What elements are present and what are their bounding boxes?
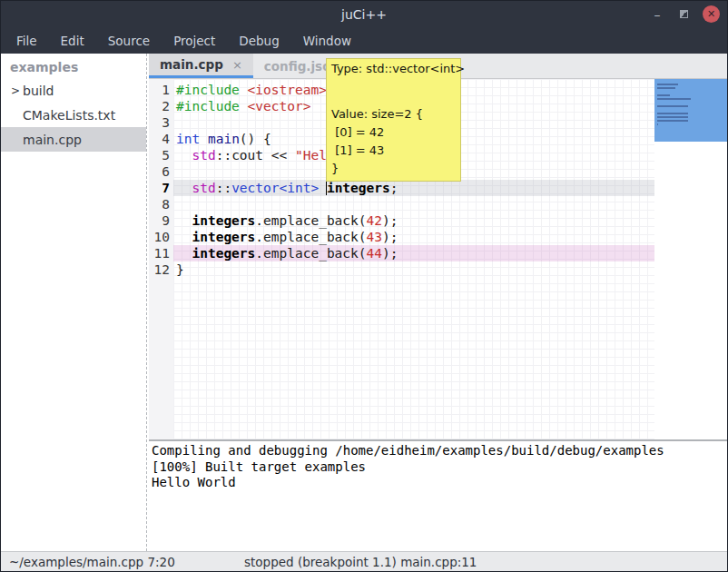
line-number[interactable]: 7 bbox=[149, 180, 173, 196]
code-token: .emplace_back( bbox=[255, 230, 366, 244]
menu-window[interactable]: Window bbox=[291, 27, 363, 54]
line-number[interactable]: 5 bbox=[149, 147, 173, 163]
tab-main-cpp[interactable]: main.cpp× bbox=[149, 54, 253, 78]
code-line[interactable]: integers.emplace_back(43); bbox=[173, 229, 654, 245]
window-body: examples >buildCMakeLists.txtmain.cpp ma… bbox=[1, 54, 727, 551]
code-token: 43 bbox=[367, 230, 382, 244]
code-line[interactable]: std::vector<int> integers; bbox=[173, 180, 654, 196]
code-token bbox=[176, 181, 192, 195]
tooltip-value-line: } bbox=[331, 160, 456, 178]
minimize-button[interactable]: – bbox=[649, 10, 665, 19]
title-bar[interactable]: juCi++ – ✕ bbox=[1, 1, 727, 27]
file-browser-panel: examples >buildCMakeLists.txtmain.cpp bbox=[1, 54, 146, 551]
line-number[interactable]: 11 bbox=[149, 245, 173, 261]
status-file-position: ~/examples/main.cpp 7:20 bbox=[9, 555, 175, 569]
code-token: <vector> bbox=[248, 99, 311, 113]
line-number[interactable]: 1 bbox=[149, 82, 173, 98]
menu-source[interactable]: Source bbox=[96, 27, 162, 54]
code-token bbox=[200, 132, 208, 146]
code-token bbox=[240, 83, 248, 97]
line-number-gutter[interactable]: 123456789101112 bbox=[149, 79, 173, 439]
minimap-line bbox=[657, 123, 658, 125]
line-number[interactable]: 4 bbox=[149, 131, 173, 147]
tab-label: main.cpp bbox=[160, 57, 223, 72]
code-token: main bbox=[208, 132, 240, 146]
minimap-line bbox=[657, 105, 688, 107]
code-token: 44 bbox=[367, 246, 382, 261]
code-token: vector<int> bbox=[231, 181, 319, 195]
code-token: ); bbox=[382, 213, 398, 228]
code-token: :: bbox=[216, 181, 231, 195]
tooltip-value-line: [0] = 42 bbox=[331, 123, 456, 142]
minimap[interactable] bbox=[654, 79, 727, 439]
tab-close-icon[interactable]: × bbox=[232, 58, 242, 72]
tree-item-label: main.cpp bbox=[23, 133, 82, 147]
code-token: int bbox=[176, 132, 200, 146]
tooltip-value-line: [1] = 43 bbox=[331, 142, 456, 160]
code-token: integers bbox=[192, 213, 255, 228]
tree-item-build[interactable]: >build bbox=[1, 78, 146, 103]
code-token: ::cout << bbox=[216, 148, 295, 163]
line-number[interactable]: 9 bbox=[149, 212, 173, 229]
code-token: ); bbox=[382, 230, 398, 244]
tree-item-label: build bbox=[23, 84, 54, 98]
line-number[interactable]: 10 bbox=[149, 229, 173, 245]
status-bar: ~/examples/main.cpp 7:20 stopped (breakp… bbox=[1, 551, 727, 572]
line-number[interactable]: 3 bbox=[149, 114, 173, 131]
code-token: integers bbox=[327, 181, 390, 195]
build-output-console[interactable]: Compiling and debugging /home/eidheim/ex… bbox=[149, 439, 727, 549]
minimap-line bbox=[657, 84, 678, 85]
minimap-viewport-overlay[interactable] bbox=[654, 79, 727, 142]
close-button[interactable]: ✕ bbox=[703, 5, 720, 23]
console-line: Hello World bbox=[152, 475, 724, 491]
tooltip-value-block: Value: size=2 { [0] = 42 [1] = 43} bbox=[331, 105, 456, 178]
debug-value-tooltip: Type: std::vector<int> Value: size=2 { [… bbox=[326, 58, 461, 182]
code-token: std bbox=[192, 181, 215, 195]
code-token bbox=[176, 213, 192, 228]
minimap-line bbox=[657, 94, 670, 96]
chevron-right-icon[interactable]: > bbox=[8, 84, 23, 97]
minimap-line bbox=[657, 116, 688, 118]
restore-icon[interactable] bbox=[680, 10, 688, 18]
minimap-line bbox=[657, 87, 675, 89]
code-token: () { bbox=[240, 132, 271, 146]
code-token: integers bbox=[192, 230, 255, 244]
menu-debug[interactable]: Debug bbox=[227, 27, 290, 54]
tooltip-value-line: Value: size=2 { bbox=[331, 105, 456, 123]
status-debug-state: stopped (breakpoint 1.1) main.cpp:11 bbox=[244, 555, 477, 569]
code-token: ); bbox=[382, 246, 398, 261]
code-token: <iostream> bbox=[248, 83, 327, 97]
minimap-line bbox=[657, 98, 691, 100]
line-number[interactable]: 8 bbox=[149, 196, 173, 212]
editor-column: main.cpp×config.json 123456789101112 #in… bbox=[149, 54, 727, 551]
line-number[interactable]: 12 bbox=[149, 261, 173, 278]
code-line[interactable]: integers.emplace_back(44); bbox=[173, 245, 654, 261]
code-token: .emplace_back( bbox=[255, 213, 366, 228]
minimap-line bbox=[657, 120, 688, 122]
code-token: std bbox=[192, 148, 215, 163]
line-number[interactable]: 2 bbox=[149, 98, 173, 114]
code-token: ; bbox=[390, 181, 398, 195]
code-token bbox=[176, 230, 192, 244]
menu-project[interactable]: Project bbox=[162, 27, 227, 54]
window-controls: – ✕ bbox=[649, 1, 720, 27]
code-token: 42 bbox=[367, 213, 382, 228]
tree-item-main-cpp[interactable]: main.cpp bbox=[1, 127, 146, 152]
menu-edit[interactable]: Edit bbox=[49, 27, 96, 54]
line-number[interactable]: 6 bbox=[149, 163, 173, 180]
code-line[interactable]: } bbox=[173, 261, 654, 278]
console-line: Compiling and debugging /home/eidheim/ex… bbox=[152, 443, 724, 459]
console-line: [100%] Built target examples bbox=[152, 459, 724, 476]
juci-window: juCi++ – ✕ FileEditSourceProjectDebugWin… bbox=[0, 0, 728, 572]
menu-file[interactable]: File bbox=[5, 27, 49, 54]
code-token: .emplace_back( bbox=[255, 246, 366, 261]
tooltip-type-line: Type: std::vector<int> bbox=[331, 60, 456, 78]
window-title: juCi++ bbox=[1, 7, 727, 22]
code-token bbox=[176, 148, 192, 163]
code-token: integers bbox=[192, 246, 255, 261]
code-token bbox=[176, 246, 192, 261]
code-line[interactable] bbox=[173, 196, 654, 212]
tree-item-cmakelists-txt[interactable]: CMakeLists.txt bbox=[1, 103, 146, 127]
code-line[interactable]: integers.emplace_back(42); bbox=[173, 212, 654, 229]
code-token: #include bbox=[176, 83, 240, 97]
